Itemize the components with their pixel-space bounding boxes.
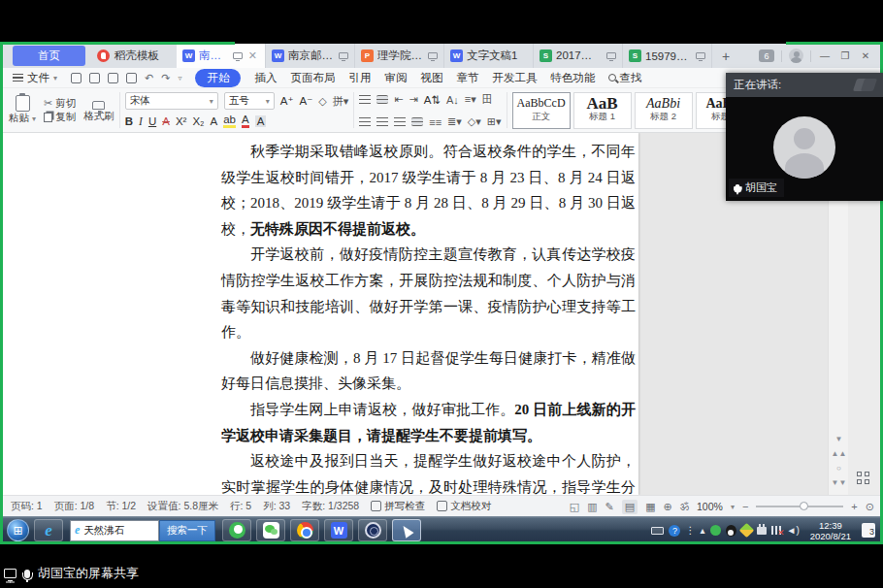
taskbar-360-browser[interactable]	[222, 519, 251, 541]
tab-docer[interactable]: 稻壳模板	[89, 44, 167, 68]
search-input[interactable]: e 天然沸石	[70, 520, 159, 541]
minimize-button[interactable]: —	[818, 50, 832, 61]
input-method-icon[interactable]: ?	[669, 525, 680, 537]
sort-icon[interactable]: A↓	[446, 94, 459, 106]
style-normal[interactable]: AaBbCcD 正文	[512, 92, 571, 129]
menu-tab-home[interactable]: 开始	[195, 69, 241, 87]
doc-tab-5[interactable]: S 2017级研究生	[534, 44, 623, 68]
menu-tab-dev-tools[interactable]: 开发工具	[492, 71, 537, 85]
message-count-badge[interactable]: 6	[759, 49, 774, 62]
justify-icon[interactable]	[411, 117, 423, 126]
volume-icon[interactable]: ◄)	[787, 526, 800, 536]
export-icon[interactable]	[89, 73, 100, 83]
highlight-color-button[interactable]: ab	[223, 114, 236, 128]
align-right-icon[interactable]	[394, 117, 406, 126]
increase-indent-icon[interactable]: ⇥	[409, 93, 417, 106]
italic-button[interactable]: I	[139, 115, 143, 127]
document-text[interactable]: 秋季学期采取错峰返校原则。符合返校条件的学生，不同年级学生返校时间错开，2017…	[221, 139, 636, 495]
doc-tab-6[interactable]: S 1597982919	[623, 44, 712, 68]
style-heading2[interactable]: AaBbi 标题 2	[635, 92, 693, 129]
column-view-icon[interactable]: ▥	[587, 501, 597, 513]
meeting-speaker-overlay[interactable]: 正在讲话: 胡国宝	[726, 73, 883, 201]
increase-font-button[interactable]: A⁺	[280, 94, 294, 108]
overlay-header[interactable]: 正在讲话:	[726, 73, 883, 97]
user-avatar[interactable]	[789, 49, 803, 63]
taskbar-search[interactable]: e 天然沸石 搜索一下	[70, 520, 215, 541]
keyboard-icon[interactable]	[651, 527, 664, 535]
zoom-out-button[interactable]: −	[742, 501, 748, 512]
menu-tab-special-features[interactable]: 特色功能	[550, 71, 595, 85]
eye-protect-icon[interactable]: ॐ	[680, 501, 689, 513]
taskbar-chrome[interactable]	[290, 519, 319, 541]
fullscreen-view-icon[interactable]: ◱	[570, 501, 579, 513]
strikethrough-button[interactable]: A	[162, 115, 170, 127]
menu-tab-view[interactable]: 视图	[420, 71, 442, 85]
align-left-icon[interactable]	[359, 117, 371, 126]
next-page-icon[interactable]: ▼▼	[832, 478, 847, 487]
format-painter-button[interactable]: 格式刷	[83, 96, 114, 125]
char-scale-icon[interactable]: A⇅	[424, 93, 441, 107]
doc-tab-2[interactable]: W 南京邮电大学	[266, 44, 355, 68]
ink-tool-icon[interactable]: ✎	[605, 501, 614, 513]
page-view-icon[interactable]: ▤	[622, 500, 638, 514]
menu-tab-page-layout[interactable]: 页面布局	[290, 71, 335, 85]
show-hidden-icons[interactable]: ▴	[700, 526, 704, 536]
font-color-button[interactable]: A	[242, 114, 249, 128]
start-button[interactable]: ⊞	[7, 519, 29, 541]
app-grid-icon[interactable]	[857, 472, 870, 485]
taskbar-wechat[interactable]	[256, 519, 285, 541]
borders-icon[interactable]: ⊞▾	[487, 115, 502, 128]
save-icon[interactable]	[71, 73, 82, 83]
menu-tab-review[interactable]: 审阅	[384, 71, 407, 85]
outline-view-icon[interactable]: ▦	[645, 501, 655, 513]
network-disconnected-icon[interactable]: ✕	[771, 526, 782, 535]
line-spacing-icon[interactable]: ≣▾	[447, 115, 462, 128]
fit-page-icon[interactable]: ⊙	[866, 501, 874, 513]
superscript-button[interactable]: X²	[176, 115, 187, 127]
clear-format-icon[interactable]: ◇	[318, 95, 326, 108]
pinyin-guide-icon[interactable]: 拼▾	[333, 94, 349, 109]
subscript-button[interactable]: X₂	[192, 115, 204, 127]
decrease-font-button[interactable]: A⁻	[299, 94, 312, 108]
cut-button[interactable]: 剪切	[44, 97, 76, 111]
redo-icon[interactable]: ↷	[161, 72, 170, 84]
qq-icon[interactable]	[726, 525, 736, 537]
select-browse-object-icon[interactable]: ○	[836, 464, 841, 473]
taskbar-ie[interactable]: e	[34, 519, 63, 541]
zoom-in-button[interactable]: +	[851, 501, 857, 512]
zoom-slider[interactable]	[756, 506, 843, 507]
new-tab-button[interactable]: +	[712, 44, 739, 68]
tab-home[interactable]: 首页	[13, 46, 85, 66]
document-proofing-button[interactable]: 文档校对	[437, 500, 491, 513]
numbered-list-icon[interactable]	[376, 95, 388, 104]
char-border-button[interactable]: A	[211, 115, 218, 127]
decrease-indent-icon[interactable]: ⇤	[394, 93, 403, 106]
notification-icon[interactable]: 3	[862, 523, 875, 538]
search-go-button[interactable]: 搜索一下	[159, 520, 215, 541]
menu-tab-section[interactable]: 章节	[456, 71, 478, 85]
font-name-select[interactable]: 宋体▾	[125, 92, 218, 110]
print-icon[interactable]	[108, 73, 118, 83]
spell-check-button[interactable]: 拼写检查	[371, 500, 425, 513]
chevron-down-icon[interactable]: ▾	[731, 503, 735, 511]
print-preview-icon[interactable]	[126, 73, 137, 83]
restore-button[interactable]: ❐	[838, 50, 852, 61]
bullet-list-icon[interactable]	[359, 95, 371, 104]
doc-tab-1[interactable]: W 南京邮电大学 ✕	[177, 44, 266, 68]
shading-icon[interactable]: ◇▾	[468, 115, 481, 128]
close-tab-icon[interactable]: ✕	[246, 49, 259, 62]
document-page[interactable]: 秋季学期采取错峰返校原则。符合返校条件的学生，不同年级学生返校时间错开，2017…	[3, 133, 638, 495]
tray-mini-icon[interactable]: ⋮	[685, 526, 695, 536]
doc-tab-3[interactable]: P 理学院17级开	[355, 44, 444, 68]
taskbar-meeting-app[interactable]	[392, 519, 421, 541]
tray-360-icon[interactable]	[710, 525, 721, 536]
zoom-slider-knob[interactable]	[800, 502, 808, 510]
web-view-icon[interactable]: ⊕	[664, 501, 672, 513]
style-heading1[interactable]: AaB 标题 1	[573, 92, 632, 129]
font-size-select[interactable]: 五号▾	[224, 92, 275, 110]
zoom-level[interactable]: 100%	[697, 501, 723, 512]
doc-tab-4[interactable]: W 文字文稿1	[444, 44, 534, 68]
distribute-icon[interactable]: ≡≡	[429, 116, 442, 128]
copy-button[interactable]: 复制	[44, 111, 76, 124]
file-menu[interactable]: 文件 ▾	[13, 71, 57, 85]
